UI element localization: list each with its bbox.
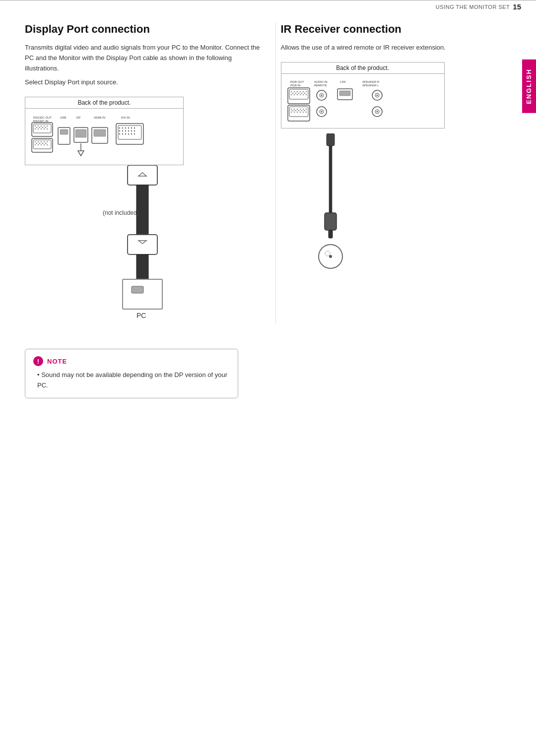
svg-point-57: [134, 130, 135, 131]
svg-point-35: [39, 143, 40, 144]
svg-point-19: [39, 127, 40, 128]
svg-rect-102: [288, 105, 310, 121]
ir-receiver-para1: Allows the use of a wired remote or IR r…: [281, 43, 517, 53]
svg-rect-6: [32, 123, 53, 136]
svg-point-37: [45, 143, 46, 144]
note-icon: !: [33, 356, 43, 366]
svg-point-98: [295, 93, 296, 94]
svg-point-60: [125, 133, 126, 134]
svg-point-90: [306, 91, 307, 92]
svg-point-12: [47, 126, 48, 126]
right-diagram: Back of the product. RGB OUT AUDIO IN LA…: [281, 62, 517, 274]
svg-point-95: [303, 94, 304, 95]
note-bullet-text: Sound may not be available depending on …: [37, 371, 227, 389]
svg-rect-66: [128, 165, 157, 185]
svg-point-13: [35, 128, 36, 129]
left-product-box-label: Back of the product.: [25, 97, 183, 109]
svg-point-59: [122, 133, 123, 134]
svg-point-114: [303, 112, 304, 113]
right-product-box-label: Back of the product.: [281, 63, 444, 74]
svg-text:SPEAKER L: SPEAKER L: [362, 84, 379, 87]
svg-point-110: [291, 112, 292, 113]
ir-cable-svg: [311, 133, 370, 272]
svg-text:RGB OUT: RGB OUT: [290, 80, 304, 83]
svg-point-48: [125, 127, 126, 128]
svg-point-141: [329, 255, 332, 258]
right-connector-svg: RGB OUT AUDIO IN LAN SPEAKER R RGB IN RE…: [285, 78, 439, 123]
svg-point-131: [376, 94, 378, 96]
svg-rect-22: [32, 138, 53, 152]
svg-point-134: [376, 111, 378, 112]
svg-point-52: [119, 130, 120, 131]
svg-point-85: [291, 91, 292, 92]
svg-point-47: [122, 127, 123, 128]
svg-rect-72: [136, 254, 148, 279]
svg-point-97: [292, 93, 293, 94]
svg-point-115: [306, 112, 307, 113]
svg-text:RS232C IN: RS232C IN: [33, 120, 48, 123]
svg-point-54: [125, 130, 126, 131]
svg-point-36: [42, 143, 43, 144]
top-bar: USING THE MONITOR SET 15: [0, 0, 536, 13]
svg-point-18: [36, 127, 37, 128]
svg-text:DVI IN: DVI IN: [121, 116, 130, 119]
svg-rect-137: [325, 213, 336, 230]
right-column: IR Receiver connection Allows the use of…: [275, 23, 517, 324]
svg-point-116: [292, 110, 293, 111]
right-product-box: Back of the product. RGB OUT AUDIO IN LA…: [281, 62, 445, 128]
svg-point-113: [300, 112, 301, 113]
svg-point-58: [119, 133, 120, 134]
svg-text:REMOTE: REMOTE: [314, 84, 327, 87]
left-connector-panel: RS232C OUT RS232C IN USB DP HDMI IN DVI …: [25, 109, 183, 165]
section-label: USING THE MONITOR SET: [436, 4, 510, 10]
svg-point-112: [297, 112, 298, 113]
svg-point-11: [44, 126, 45, 126]
svg-point-10: [41, 126, 42, 126]
svg-rect-73: [123, 279, 162, 309]
svg-point-9: [38, 126, 39, 126]
svg-point-94: [300, 94, 301, 95]
svg-point-27: [44, 141, 45, 142]
ir-receiver-title: IR Receiver connection: [281, 23, 517, 36]
svg-rect-70: [128, 235, 157, 254]
svg-point-86: [294, 91, 295, 92]
svg-rect-83: [288, 88, 310, 104]
svg-text:LAN: LAN: [340, 80, 346, 83]
svg-point-16: [44, 128, 45, 129]
svg-point-53: [122, 130, 123, 131]
svg-rect-41: [75, 129, 86, 137]
svg-point-34: [36, 143, 37, 144]
svg-point-119: [301, 110, 302, 111]
display-port-para2: Select Display Port input source.: [25, 77, 261, 88]
svg-text:SPEAKER R: SPEAKER R: [362, 80, 380, 83]
svg-rect-39: [60, 129, 68, 134]
svg-point-25: [38, 141, 39, 142]
svg-point-109: [306, 109, 307, 110]
svg-point-117: [295, 110, 296, 111]
svg-point-99: [298, 93, 299, 94]
svg-text:HDMI IN: HDMI IN: [94, 116, 105, 119]
svg-point-63: [134, 133, 135, 134]
svg-rect-135: [327, 133, 335, 146]
svg-point-105: [294, 109, 295, 110]
svg-point-46: [119, 127, 120, 128]
svg-rect-74: [132, 286, 143, 293]
svg-point-21: [45, 127, 46, 128]
svg-text:RGB IN: RGB IN: [290, 84, 301, 87]
main-content: Display Port connection Transmits digita…: [0, 13, 536, 334]
svg-point-101: [304, 93, 305, 94]
svg-rect-103: [289, 107, 308, 117]
page-number: 15: [513, 2, 521, 11]
svg-point-107: [300, 109, 301, 110]
svg-point-20: [42, 127, 43, 128]
display-port-para1: Transmits digital video and audio signal…: [25, 43, 261, 73]
note-text: • Sound may not be available depending o…: [33, 370, 228, 391]
svg-point-87: [297, 91, 298, 92]
svg-rect-138: [329, 230, 333, 238]
svg-point-92: [294, 94, 295, 95]
svg-point-33: [47, 144, 48, 145]
note-header: ! NOTE: [33, 356, 228, 366]
svg-point-56: [131, 130, 132, 131]
svg-rect-44: [116, 124, 143, 144]
svg-rect-43: [94, 129, 106, 136]
